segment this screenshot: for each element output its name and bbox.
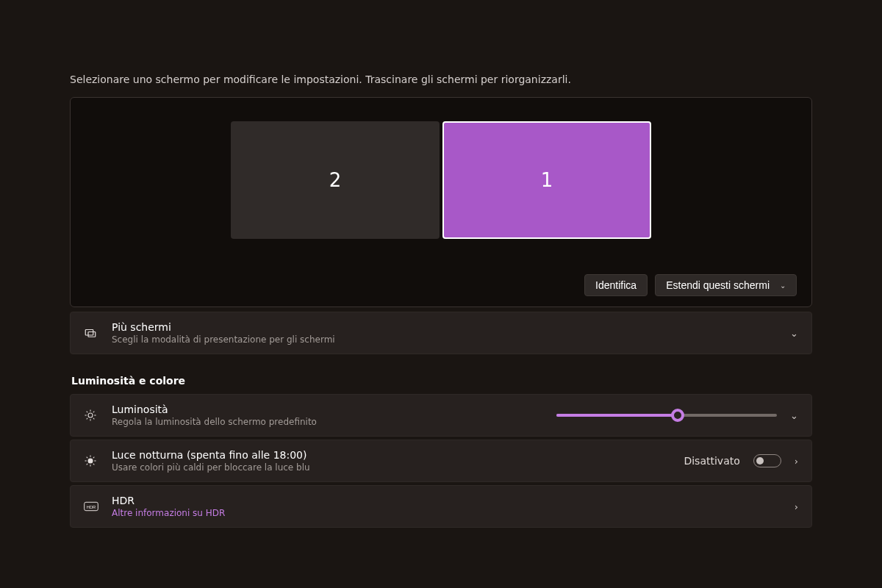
svg-line-16 (87, 457, 88, 459)
multiple-displays-row[interactable]: Più schermi Scegli la modalità di presen… (70, 312, 812, 354)
extend-dropdown[interactable]: Estendi questi schermi ⌄ (655, 274, 797, 296)
svg-line-8 (93, 418, 95, 420)
chevron-down-icon: ⌄ (780, 282, 786, 290)
monitor-1[interactable]: 1 (442, 121, 651, 239)
chevron-down-icon: ⌄ (790, 328, 798, 339)
multiple-displays-icon (84, 326, 98, 340)
svg-rect-0 (85, 330, 93, 336)
svg-line-18 (87, 464, 88, 465)
svg-line-9 (87, 418, 88, 420)
section-brightness-color: Luminosità e colore (71, 375, 812, 387)
brightness-icon (84, 409, 98, 422)
hdr-link[interactable]: Altre informazioni su HDR (112, 508, 781, 518)
monitor-2-label: 2 (329, 169, 342, 191)
night-light-title: Luce notturna (spenta fino alle 18:00) (112, 449, 670, 461)
svg-line-19 (93, 457, 95, 459)
display-arrangement-panel: 2 1 Identifica Estendi questi schermi ⌄ (70, 97, 812, 307)
brightness-row[interactable]: Luminosità Regola la luminosità dello sc… (70, 394, 812, 437)
monitor-1-label: 1 (541, 169, 553, 191)
night-light-toggle[interactable] (753, 454, 781, 467)
svg-text:HDR: HDR (87, 505, 96, 509)
identify-button-label: Identifica (595, 279, 637, 291)
monitor-2[interactable]: 2 (231, 121, 440, 239)
extend-dropdown-label: Estendi questi schermi (666, 279, 770, 291)
night-light-state: Disattivato (684, 455, 739, 467)
night-light-subtitle: Usare colori più caldi per bloccare la l… (112, 462, 670, 473)
hdr-icon: HDR (84, 501, 98, 512)
svg-rect-1 (88, 332, 96, 337)
hdr-row[interactable]: HDR HDR Altre informazioni su HDR › (70, 485, 812, 528)
arrangement-actions: Identifica Estendi questi schermi ⌄ (85, 274, 797, 296)
brightness-slider[interactable] (556, 414, 777, 417)
night-light-row[interactable]: Luce notturna (spenta fino alle 18:00) U… (70, 440, 812, 482)
brightness-title: Luminosità (112, 404, 543, 415)
chevron-right-icon: › (795, 501, 798, 512)
multiple-displays-subtitle: Scegli la modalità di presentazione per … (112, 334, 777, 345)
chevron-down-icon: ⌄ (790, 410, 798, 421)
svg-line-10 (93, 412, 95, 413)
hdr-title: HDR (112, 495, 781, 506)
svg-point-11 (88, 459, 93, 463)
chevron-right-icon: › (795, 456, 798, 467)
display-helper-text: Selezionare uno schermo per modificare l… (70, 74, 812, 85)
brightness-subtitle: Regola la luminosità dello schermo prede… (112, 417, 543, 427)
monitor-canvas[interactable]: 2 1 (85, 121, 797, 239)
svg-point-2 (88, 413, 93, 417)
night-light-icon (84, 454, 98, 467)
svg-line-17 (93, 464, 95, 465)
multiple-displays-title: Più schermi (112, 321, 777, 333)
identify-button[interactable]: Identifica (584, 274, 648, 296)
svg-line-7 (87, 412, 88, 413)
